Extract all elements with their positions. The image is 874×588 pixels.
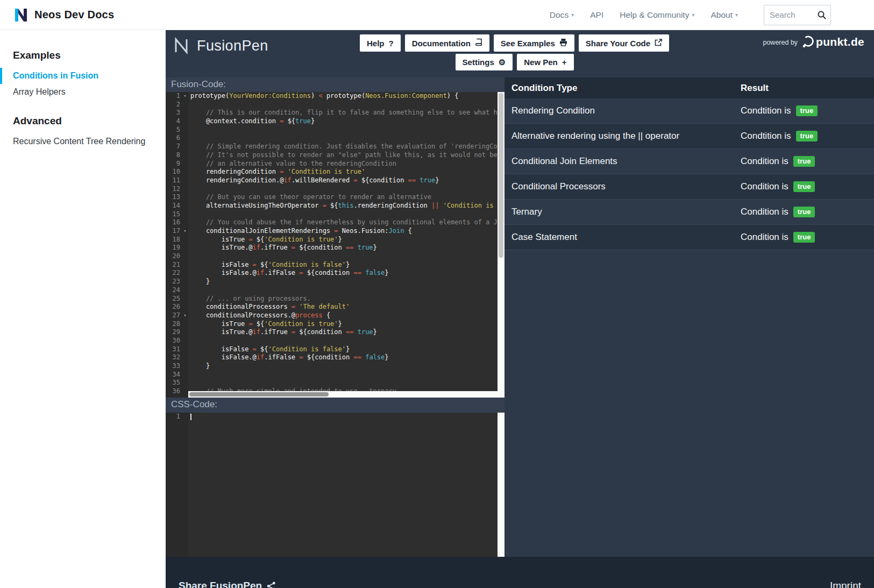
result-cell: Condition istrue (741, 156, 874, 167)
line-number: 6 (166, 134, 182, 143)
code-text: isFalse = ${'Condition is false'} (188, 345, 350, 354)
vertical-scrollbar[interactable] (498, 92, 504, 391)
result-row: Case StatementCondition istrue (504, 225, 874, 250)
horizontal-scrollbar[interactable] (188, 391, 498, 398)
fusionpen-header: FusionPen Help ? Documentation S (166, 30, 874, 77)
sidebar-item-recursive-content-tree-rendering[interactable]: Recursive Content Tree Rendering (0, 133, 166, 150)
code-line: 25 // ... or using processors. (166, 295, 504, 303)
code-text (188, 134, 190, 143)
nav-item-api[interactable]: API (590, 10, 603, 20)
punktde-logo[interactable]: punkt.de (802, 36, 864, 48)
settings-button[interactable]: Settings ⚙ (456, 54, 513, 70)
status-badge: true (793, 156, 815, 167)
code-line: 23 } (166, 278, 504, 286)
code-text: // It's not possible to render an "else"… (188, 151, 504, 160)
code-line: 10 renderingCondition = 'Condtition is t… (166, 168, 504, 176)
code-line: 14 alternativeUsingTheOrOperator = ${thi… (166, 202, 504, 210)
condition-type-cell: Case Statement (504, 232, 741, 243)
content-row: Fusion-Code: 1▾prototype(YourVendor:Cond… (166, 77, 874, 557)
sidebar-item-array-helpers[interactable]: Array Helpers (0, 84, 166, 100)
fusion-code-editor[interactable]: 1▾prototype(YourVendor:Conditions) < pro… (166, 92, 504, 398)
line-number: 1 (166, 413, 182, 421)
code-text: // You could abuse the if nevertheless b… (188, 218, 504, 227)
scrollbar-thumb[interactable] (499, 93, 503, 258)
code-text: isTrue = ${'Condition is true'} (188, 236, 342, 244)
line-number: 13 (166, 193, 182, 202)
css-code-editor[interactable]: 1 (166, 413, 504, 557)
fusion-code-lines: 1▾prototype(YourVendor:Conditions) < pro… (166, 92, 504, 396)
new-pen-button[interactable]: New Pen + (517, 54, 573, 70)
toolbar-row-2: Settings ⚙ New Pen + (456, 54, 574, 70)
result-cell: Condtition istrue (741, 131, 874, 141)
condition-type-cell: Rendering Condition (504, 105, 741, 116)
result-text: Condition is (741, 207, 788, 217)
fold-marker-icon (182, 143, 188, 151)
line-number: 28 (166, 320, 182, 329)
book-icon (475, 38, 482, 48)
vertical-scrollbar[interactable] (498, 413, 504, 557)
code-line: 1 (166, 413, 504, 421)
nav-item-help-community[interactable]: Help & Community ▾ (620, 10, 694, 20)
result-row: Rendering ConditionCondtition istrue (504, 98, 874, 124)
chevron-down-icon: ▾ (571, 12, 574, 18)
result-row: Conditional ProcessorsCondition istrue (504, 174, 874, 200)
share-your-code-button[interactable]: Share Your Code (579, 34, 669, 52)
code-text (188, 210, 190, 219)
line-number: 10 (166, 168, 182, 176)
button-label: Documentation (412, 39, 471, 48)
line-number: 25 (166, 295, 182, 303)
fold-marker-icon[interactable]: ▾ (182, 311, 188, 320)
code-line: 16 // You could abuse the if nevertheles… (166, 218, 504, 227)
nav-item-docs[interactable]: Docs ▾ (550, 10, 574, 20)
line-number: 18 (166, 236, 182, 244)
chevron-down-icon: ▾ (692, 12, 694, 18)
toolbar: Help ? Documentation See Examples (360, 34, 669, 70)
brand[interactable]: Neos Dev Docs (13, 7, 114, 23)
column-header-result: Result (741, 83, 874, 94)
fold-marker-icon (182, 101, 188, 109)
fold-marker-icon (182, 328, 188, 337)
nav-item-about[interactable]: About ▾ (710, 10, 738, 20)
scrollbar-thumb[interactable] (189, 392, 329, 396)
css-code-label: CSS-Code: (166, 398, 504, 413)
fold-marker-icon (182, 176, 188, 185)
fold-marker-icon[interactable]: ▾ (182, 92, 188, 101)
nav-label: Docs (550, 10, 569, 20)
line-number: 7 (166, 143, 182, 151)
code-line: 33 } (166, 362, 504, 371)
search-icon[interactable] (817, 10, 827, 22)
sidebar-heading: Advanced (0, 115, 166, 127)
code-line: 8 // It's not possible to render an "els… (166, 151, 504, 160)
code-text: isFalse.@if.ifFalse = ${condition == fal… (188, 269, 389, 278)
line-number: 12 (166, 185, 182, 194)
line-number: 4 (166, 117, 182, 126)
documentation-button[interactable]: Documentation (405, 34, 489, 52)
code-text (188, 337, 190, 345)
status-badge: true (793, 207, 815, 217)
condition-type-cell: Alternative rendering using the || opera… (504, 131, 741, 141)
fold-marker-icon (182, 353, 188, 362)
line-number: 30 (166, 337, 182, 345)
code-text (188, 101, 190, 109)
question-mark-icon: ? (389, 39, 394, 47)
fold-marker-icon (182, 371, 188, 379)
help-button[interactable]: Help ? (360, 34, 401, 52)
imprint-link[interactable]: Imprint (830, 580, 861, 588)
code-text: } (188, 362, 210, 371)
top-nav: Docs ▾ API Help & Community ▾ About ▾ (550, 5, 831, 25)
result-cell: Condition istrue (741, 181, 874, 192)
line-number: 33 (166, 362, 182, 371)
fold-marker-icon (182, 151, 188, 160)
result-cell: Condtition istrue (741, 105, 874, 116)
line-number: 29 (166, 328, 182, 337)
fold-marker-icon[interactable]: ▾ (182, 227, 188, 236)
code-text: renderingCondition = 'Condtition is true… (188, 168, 365, 176)
share-fusionpen-link[interactable]: Share FusionPen (179, 580, 276, 588)
code-line: 7 // Simple rendering condition. Just di… (166, 143, 504, 151)
sidebar-item-conditions-in-fusion[interactable]: Conditions in Fusion (0, 68, 166, 84)
code-text: conditionalProcessors = 'The default' (188, 303, 350, 311)
fold-marker-icon (182, 210, 188, 219)
see-examples-button[interactable]: See Examples (494, 34, 574, 52)
fold-marker-icon (182, 286, 188, 295)
code-text: isFalse.@if.ifFalse = ${condition == fal… (188, 353, 389, 362)
